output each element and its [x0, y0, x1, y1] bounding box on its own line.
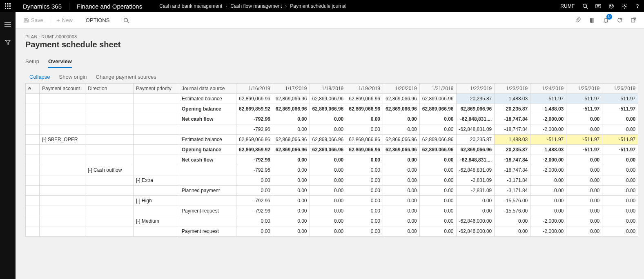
cell-value[interactable]: 1,488.03 — [495, 94, 530, 104]
cell-value[interactable]: 0.00 — [273, 155, 310, 165]
cell-stub[interactable] — [26, 196, 40, 206]
col-date[interactable]: 1/21/2019 — [419, 84, 456, 94]
payment-schedule-grid[interactable]: ePayment accountDirectionPayment priorit… — [25, 83, 638, 237]
cell-value[interactable]: 0.00 — [236, 216, 273, 226]
cell-value[interactable]: 0.00 — [419, 124, 456, 135]
cell-priority[interactable] — [134, 226, 179, 237]
grid-row[interactable]: Opening balance62,869,859.9262,869,066.9… — [26, 104, 638, 114]
cell-value[interactable]: 0.00 — [236, 226, 273, 237]
col-direction[interactable]: Direction — [85, 84, 134, 94]
cell-payment-account[interactable] — [40, 94, 85, 104]
options-button[interactable]: OPTIONS — [82, 16, 113, 25]
grid-row[interactable]: [-] Cash outflow-792.960.000.000.000.000… — [26, 165, 638, 175]
cell-value[interactable]: 62,869,859.92 — [236, 145, 273, 155]
cell-value[interactable]: -2,000.00 — [530, 226, 566, 237]
cell-value[interactable]: 62,869,066.96 — [346, 104, 383, 114]
change-sources-link[interactable]: Change payment sources — [96, 74, 156, 80]
grid-row[interactable]: Payment request0.000.000.000.000.000.00-… — [26, 226, 638, 237]
cell-source[interactable] — [179, 165, 236, 175]
cell-direction[interactable] — [85, 94, 134, 104]
cell-payment-account[interactable] — [40, 165, 85, 175]
cell-value[interactable]: -18,747.84 — [495, 124, 530, 135]
cell-value[interactable]: 62,869,066.96 — [383, 94, 420, 104]
grid-container[interactable]: ePayment accountDirectionPayment priorit… — [16, 83, 644, 279]
show-origin-link[interactable]: Show origin — [59, 74, 87, 80]
new-button[interactable]: + New — [53, 16, 76, 25]
cell-payment-account[interactable] — [40, 114, 85, 124]
office-icon[interactable] — [586, 15, 597, 26]
cell-direction[interactable] — [85, 135, 134, 145]
cell-priority[interactable] — [134, 104, 179, 114]
cell-direction[interactable]: [-] Cash outflow — [85, 165, 134, 175]
cell-value[interactable]: -511.97 — [602, 135, 638, 145]
cell-value[interactable]: 0.00 — [602, 226, 638, 237]
cell-value[interactable]: 62,869,066.96 — [419, 145, 456, 155]
cell-priority[interactable] — [134, 145, 179, 155]
cell-value[interactable]: 0.00 — [419, 216, 456, 226]
cell-value[interactable]: 20,235.87 — [495, 145, 530, 155]
cell-payment-account[interactable] — [40, 226, 85, 237]
cell-stub[interactable] — [26, 145, 40, 155]
cell-value[interactable]: -62,848,831.... — [456, 114, 495, 124]
cell-value[interactable]: 62,869,066.96 — [383, 135, 420, 145]
refresh-icon[interactable] — [614, 15, 625, 26]
cell-value[interactable]: -18,747.84 — [495, 165, 530, 175]
cell-direction[interactable] — [85, 124, 134, 135]
task-recorder-icon[interactable] — [592, 0, 605, 12]
cell-payment-account[interactable] — [40, 186, 85, 196]
collapse-link[interactable]: Collapse — [29, 74, 50, 80]
cell-value[interactable]: 0.00 — [310, 165, 346, 175]
col-date[interactable]: 1/17/2019 — [273, 84, 310, 94]
cell-source[interactable]: Net cash flow — [179, 114, 236, 124]
popout-icon[interactable] — [628, 15, 639, 26]
cell-value[interactable]: 0.00 — [602, 114, 638, 124]
cell-direction[interactable] — [85, 114, 134, 124]
cell-value[interactable]: 0.00 — [530, 186, 566, 196]
cell-value[interactable]: 62,869,066.96 — [346, 145, 383, 155]
cell-value[interactable]: 0.00 — [419, 196, 456, 206]
cell-direction[interactable] — [85, 196, 134, 206]
cell-value[interactable]: 0.00 — [310, 186, 346, 196]
col-date[interactable]: 1/19/2019 — [346, 84, 383, 94]
cell-value[interactable]: 0.00 — [566, 196, 602, 206]
cell-value[interactable]: 62,869,066.96 — [310, 145, 346, 155]
cell-value[interactable]: -62,846,000.00 — [456, 226, 495, 237]
cell-value[interactable]: -792.96 — [236, 124, 273, 135]
grid-row[interactable]: -792.960.000.000.000.000.00-62,848,831.0… — [26, 124, 638, 135]
cell-value[interactable]: 0.00 — [419, 186, 456, 196]
cell-value[interactable]: -792.96 — [236, 165, 273, 175]
cell-priority[interactable] — [134, 135, 179, 145]
cell-priority[interactable] — [134, 165, 179, 175]
cell-stub[interactable] — [26, 216, 40, 226]
cell-direction[interactable] — [85, 186, 134, 196]
hamburger-icon[interactable] — [0, 20, 16, 29]
cell-priority[interactable]: [-] Medium — [134, 216, 179, 226]
col-stub[interactable]: e — [26, 84, 40, 94]
cell-value[interactable]: 62,869,066.96 — [419, 135, 456, 145]
breadcrumb-item[interactable]: Payment schedule journal — [290, 3, 346, 9]
cell-priority[interactable]: [-] High — [134, 196, 179, 206]
cell-value[interactable]: 0.00 — [346, 226, 383, 237]
cell-value[interactable]: 0.00 — [566, 114, 602, 124]
grid-row[interactable]: [-] Medium0.000.000.000.000.000.00-62,84… — [26, 216, 638, 226]
cell-value[interactable]: 0.00 — [383, 226, 420, 237]
cell-priority[interactable] — [134, 114, 179, 124]
cell-value[interactable]: 62,869,066.96 — [419, 94, 456, 104]
cell-stub[interactable] — [26, 135, 40, 145]
cell-value[interactable]: 62,869,066.96 — [419, 104, 456, 114]
cell-value[interactable]: -62,846,000.00 — [456, 216, 495, 226]
cell-value[interactable]: 62,869,066.96 — [236, 94, 273, 104]
cell-value[interactable]: 0.00 — [530, 206, 566, 216]
cell-priority[interactable] — [134, 206, 179, 216]
cell-value[interactable]: 0.00 — [456, 196, 495, 206]
cell-value[interactable]: 62,869,066.96 — [346, 94, 383, 104]
cell-payment-account[interactable] — [40, 216, 85, 226]
cell-value[interactable]: 0.00 — [602, 175, 638, 186]
cell-source[interactable] — [179, 124, 236, 135]
cell-stub[interactable] — [26, 155, 40, 165]
cell-value[interactable]: 0.00 — [602, 206, 638, 216]
cell-stub[interactable] — [26, 104, 40, 114]
cell-value[interactable]: 0.00 — [346, 114, 383, 124]
cell-source[interactable]: Planned payment — [179, 186, 236, 196]
cell-value[interactable]: 62,869,066.96 — [273, 135, 310, 145]
